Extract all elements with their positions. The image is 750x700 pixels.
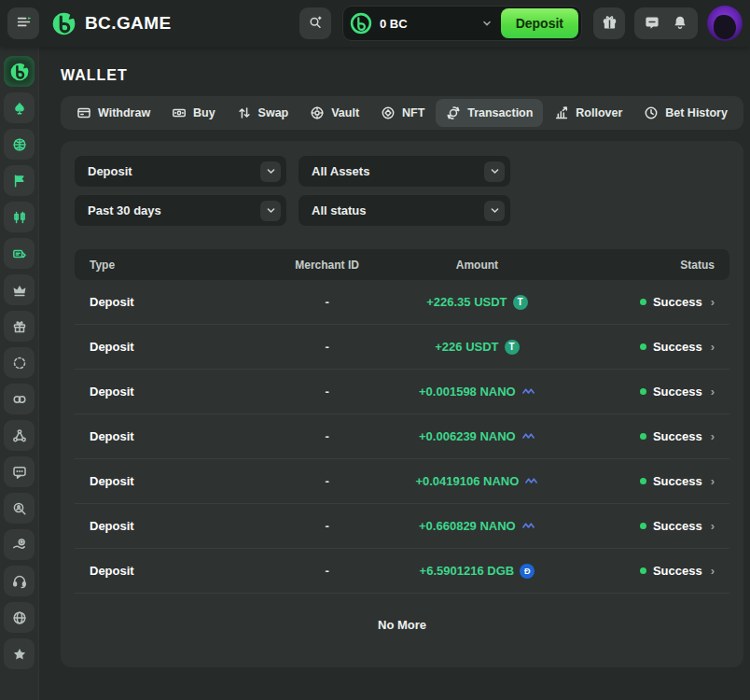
row-type: Deposit	[90, 340, 252, 354]
user-avatar[interactable]	[707, 6, 743, 41]
nano-coin-icon	[521, 385, 535, 399]
table-row[interactable]: Deposit-+226.35 USDT TSuccess›	[75, 280, 729, 325]
tab-swap[interactable]: Swap	[227, 99, 299, 127]
sidebar-item-promotions-gift[interactable]	[4, 311, 35, 342]
row-amount: +0.006239 NANO	[402, 429, 552, 443]
table-row[interactable]: Deposit-+0.001598 NANO Success›	[75, 370, 729, 414]
transaction-type-dropdown[interactable]: Deposit	[75, 156, 286, 187]
bc-coin-icon	[350, 12, 372, 35]
sidebar-item-favorites[interactable]	[4, 638, 35, 669]
bc-logo-icon	[51, 11, 76, 36]
chevron-right-icon[interactable]: ›	[711, 564, 715, 578]
tab-label: Transaction	[467, 106, 533, 119]
tab-label: Buy	[193, 106, 215, 119]
page-title: WALLET	[61, 67, 743, 84]
tab-transaction[interactable]: Transaction	[436, 99, 543, 127]
status-dot	[640, 478, 646, 484]
row-type: Deposit	[90, 519, 252, 533]
menu-button[interactable]	[7, 7, 39, 39]
table-header: Type Merchant ID Amount Status	[75, 249, 729, 280]
status-text: Success	[653, 295, 702, 309]
support-icon	[12, 574, 27, 589]
row-merchant-id: -	[252, 564, 402, 578]
affiliate-icon	[12, 428, 27, 443]
status-text: Success	[653, 429, 702, 443]
sidebar-item-trading[interactable]	[4, 202, 35, 232]
row-status: Success›	[552, 564, 715, 578]
sidebar-item-provably-fair[interactable]	[4, 493, 35, 524]
chevron-right-icon[interactable]: ›	[711, 340, 715, 354]
col-status: Status	[552, 259, 715, 272]
tab-vault[interactable]: Vault	[299, 99, 369, 127]
row-type: Deposit	[90, 474, 252, 488]
row-status: Success›	[552, 385, 715, 399]
tab-withdraw[interactable]: Withdraw	[66, 99, 160, 127]
table-row[interactable]: Deposit-+0.660829 NANO Success›	[75, 504, 729, 549]
tab-label: Withdraw	[98, 106, 150, 119]
vip-club-icon	[12, 392, 27, 407]
top-bar: BC.GAME 0 BC Deposit	[0, 0, 750, 47]
status-text: Success	[653, 340, 702, 354]
chevron-right-icon[interactable]: ›	[711, 385, 715, 399]
row-amount: +226 USDT T	[402, 340, 552, 355]
bc-logo-icon	[9, 62, 30, 82]
provably-fair-icon	[12, 501, 27, 516]
sidebar-item-racing[interactable]	[4, 165, 35, 196]
status-dot	[640, 567, 646, 574]
usdt-coin-icon: T	[505, 340, 520, 355]
asset-dropdown[interactable]: All Assets	[299, 156, 510, 187]
row-amount: +6.5901216 DGB Đ	[402, 564, 552, 579]
tab-nft[interactable]: NFT	[370, 99, 435, 127]
row-amount: +0.660829 NANO	[402, 519, 552, 533]
chevron-right-icon[interactable]: ›	[711, 429, 715, 443]
tab-buy[interactable]: Buy	[161, 99, 226, 127]
tab-label: NFT	[402, 106, 424, 119]
tab-label: Vault	[331, 106, 359, 119]
sidebar-item-language[interactable]	[4, 602, 35, 633]
sidebar-item-rewards[interactable]	[4, 529, 35, 560]
sidebar-item-affiliate[interactable]	[4, 420, 35, 451]
left-sidebar	[0, 47, 39, 700]
search-button[interactable]	[299, 7, 331, 39]
col-type: Type	[90, 259, 252, 272]
row-status: Success›	[552, 429, 715, 443]
sidebar-item-bonus[interactable]	[4, 347, 35, 378]
sidebar-item-forum[interactable]	[4, 456, 35, 487]
promotions-gift-icon	[12, 319, 27, 334]
sidebar-item-casino[interactable]	[4, 92, 35, 123]
sidebar-item-vip-club[interactable]	[4, 384, 35, 414]
date-range-dropdown[interactable]: Past 30 days	[75, 195, 286, 226]
promotions-button[interactable]	[593, 7, 625, 39]
tab-rollover[interactable]: Rollover	[544, 99, 632, 127]
table-row[interactable]: Deposit-+6.5901216 DGB ĐSuccess›	[75, 549, 729, 594]
chat-button[interactable]	[638, 7, 666, 39]
chevron-down-icon	[484, 201, 505, 221]
table-row[interactable]: Deposit-+0.0419106 NANO Success›	[75, 459, 729, 504]
sidebar-item-sports[interactable]	[4, 129, 35, 160]
sidebar-item-bc-logo[interactable]	[4, 56, 35, 87]
bet-history-icon	[644, 105, 659, 120]
tab-label: Swap	[258, 106, 289, 119]
notifications-button[interactable]	[666, 7, 694, 39]
bc-game-logo[interactable]: BC.GAME	[51, 11, 172, 36]
sidebar-item-support[interactable]	[4, 566, 35, 596]
balance-widget[interactable]: 0 BC Deposit	[342, 6, 582, 41]
row-merchant-id: -	[252, 519, 402, 533]
sidebar-item-vip-crown[interactable]	[4, 274, 35, 305]
main-content: WALLET WithdrawBuySwapVaultNFTTransactio…	[39, 47, 750, 700]
tab-bet-history[interactable]: Bet History	[633, 99, 738, 127]
row-merchant-id: -	[252, 429, 402, 443]
row-merchant-id: -	[252, 340, 402, 354]
chevron-right-icon[interactable]: ›	[711, 519, 715, 533]
deposit-button[interactable]: Deposit	[501, 8, 578, 38]
table-row[interactable]: Deposit-+0.006239 NANO Success›	[75, 414, 729, 459]
status-dropdown[interactable]: All status	[299, 195, 510, 226]
chevron-down-icon[interactable]	[480, 17, 493, 30]
table-row[interactable]: Deposit-+226 USDT TSuccess›	[75, 325, 729, 370]
forum-icon	[12, 465, 27, 480]
chevron-right-icon[interactable]: ›	[711, 474, 715, 488]
chevron-right-icon[interactable]: ›	[711, 295, 715, 309]
sidebar-item-lottery[interactable]	[4, 238, 35, 269]
status-dot	[640, 433, 646, 440]
chat-icon	[645, 15, 660, 33]
